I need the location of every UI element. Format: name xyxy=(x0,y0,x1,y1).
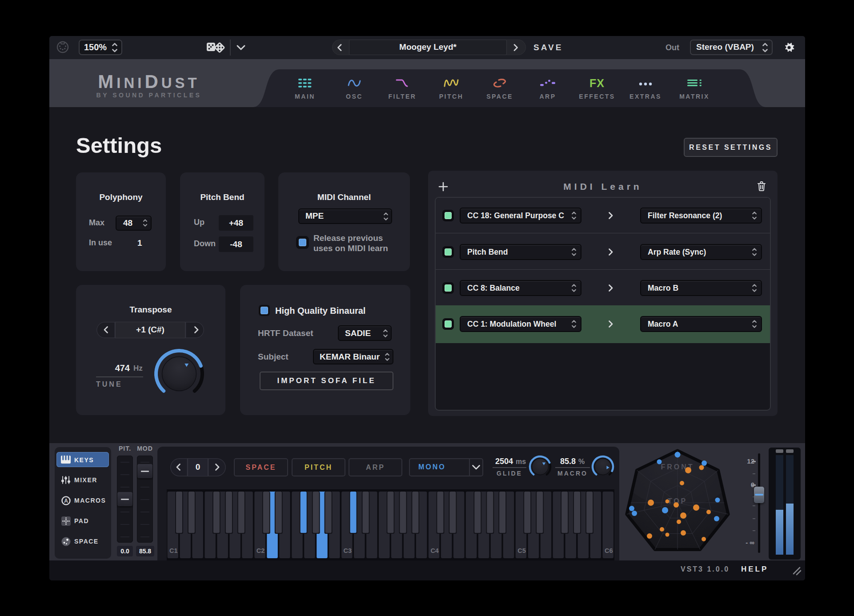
svg-text:C6: C6 xyxy=(605,547,613,554)
svg-text:C1: C1 xyxy=(169,547,178,554)
svg-text:C4: C4 xyxy=(430,547,439,554)
svg-text:C5: C5 xyxy=(517,547,526,554)
svg-text:C2: C2 xyxy=(257,547,265,554)
svg-text:C3: C3 xyxy=(344,547,352,554)
svg-text:A: A xyxy=(64,498,68,504)
